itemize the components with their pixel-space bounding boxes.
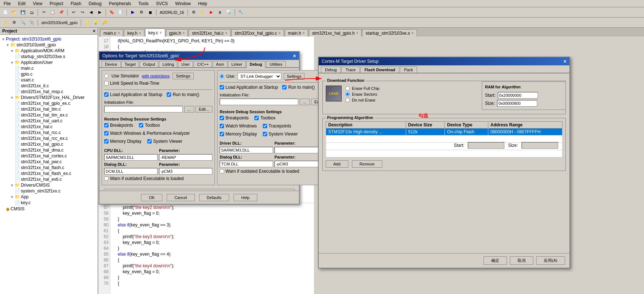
save-all-btn[interactable]: 🗂 xyxy=(28,8,36,16)
tab-output[interactable]: Output xyxy=(140,61,158,67)
menu-svcs[interactable]: SVCS xyxy=(154,0,170,7)
menu-debug[interactable]: Debug xyxy=(87,0,104,7)
t2-btn6[interactable]: 💡 xyxy=(92,19,100,27)
t2-btn2[interactable]: ⚙ xyxy=(10,19,18,27)
close-hal[interactable]: × xyxy=(225,31,227,35)
close-gpioh[interactable]: × xyxy=(183,31,185,35)
tree-cortex[interactable]: 📄 stm32f1xx_hal_cortex.c xyxy=(1,153,96,159)
mem-cb-left[interactable] xyxy=(104,139,109,144)
new-file-btn[interactable]: 📄 xyxy=(1,8,10,16)
simulator-settings-btn[interactable]: Settings xyxy=(173,73,194,79)
redo-btn[interactable]: ↪ xyxy=(78,8,86,16)
warn-cb-right[interactable] xyxy=(220,169,224,173)
cortex-tab-pack[interactable]: Pack xyxy=(400,66,417,73)
sv-cb-left[interactable] xyxy=(147,139,152,144)
menu-edit[interactable]: Edit xyxy=(16,0,28,7)
cancel-btn[interactable]: Cancel xyxy=(167,194,194,201)
options-close-btn[interactable]: × xyxy=(293,53,296,59)
watch-cb-right[interactable] xyxy=(220,124,224,128)
tab-cpp[interactable]: C/C++ xyxy=(194,61,212,67)
trace-btn[interactable]: 📊 xyxy=(225,8,233,16)
tab-linker[interactable]: Linker xyxy=(228,61,246,67)
tab-gpioh[interactable]: gpio.h × xyxy=(166,29,188,37)
driver-dll-input[interactable] xyxy=(220,147,273,153)
tab-hal-gpio-h[interactable]: stm32f1xx_hal_gpio.h × xyxy=(309,29,362,37)
bp-cb-right[interactable] xyxy=(220,116,224,120)
tab-user[interactable]: User xyxy=(178,61,193,67)
stop-btn[interactable]: ⏹ xyxy=(146,8,154,16)
build-btn[interactable]: ▶ xyxy=(129,8,137,16)
debug-stop-btn[interactable]: ⏸ xyxy=(216,8,224,16)
menu-file[interactable]: File xyxy=(1,0,13,7)
t2-btn3[interactable]: 🔍 xyxy=(19,19,27,27)
browse-left-btn[interactable]: ... xyxy=(184,106,194,112)
tab-keyc[interactable]: key.c × xyxy=(145,28,165,37)
tree-keyc[interactable]: 📄 key.c xyxy=(1,200,96,206)
settings-btn[interactable]: 🔧 xyxy=(237,8,245,16)
dialog-param-input[interactable] xyxy=(159,168,212,175)
ram-size-input[interactable] xyxy=(497,100,537,107)
tab-mainc[interactable]: main.c × xyxy=(100,29,123,37)
limit-speed-cb[interactable] xyxy=(104,81,109,85)
undo-btn[interactable]: ↩ xyxy=(69,8,77,16)
debugger-settings-btn[interactable]: Settings xyxy=(284,73,305,80)
t2-btn7[interactable]: 🔑 xyxy=(101,19,109,27)
paste-btn[interactable]: 📌 xyxy=(57,8,65,16)
tab-keyh[interactable]: key.h × xyxy=(124,29,144,37)
toolbox-cb-right[interactable] xyxy=(254,116,259,120)
cpu-param-input[interactable] xyxy=(159,154,212,161)
load-app-cb-right[interactable] xyxy=(220,85,224,89)
menu-project[interactable]: Project xyxy=(48,0,65,7)
tree-system[interactable]: 📄 system_stm32f1xx.c xyxy=(1,188,96,194)
tab-listing[interactable]: Listing xyxy=(159,61,177,67)
with-restrictions-link[interactable]: with restrictions xyxy=(142,74,170,78)
tree-gpio-ex[interactable]: 📄 stm32f1xx_hal_gpio_ex.c xyxy=(1,100,96,106)
bookmark2-btn[interactable]: 📑 xyxy=(117,8,125,16)
watch-cb-left[interactable] xyxy=(104,131,109,135)
warn-cb-left[interactable] xyxy=(104,176,109,181)
tab-startup[interactable]: startup_stm32f103xe.s × xyxy=(362,29,417,37)
tree-usartc[interactable]: 📄 usart.c xyxy=(1,77,96,83)
cortex-tab-flash[interactable]: Flash Download xyxy=(360,66,399,73)
edit-left-btn[interactable]: Edit... xyxy=(196,106,212,112)
tab-debug[interactable]: Debug xyxy=(246,61,265,68)
tree-mspc[interactable]: 📄 stm32f1xx_hal_msp.c xyxy=(1,89,96,95)
rebuild-btn[interactable]: ⚙ xyxy=(137,8,145,16)
remove-algo-btn[interactable]: Remove xyxy=(352,160,382,168)
tree-drivers[interactable]: ▼ 📁 Drivers/STM32F1xx_HAL_Driver xyxy=(1,95,96,100)
erase-sectors-radio[interactable] xyxy=(345,92,350,96)
prog-row-0[interactable]: STM32F10x High-density ... 512k On-chip … xyxy=(326,129,562,135)
t2-btn5[interactable]: ⭐ xyxy=(83,19,91,27)
tree-project[interactable]: ▼ 📁 stm32f103zet6_gpio xyxy=(1,42,96,48)
cut-btn[interactable]: ✂ xyxy=(40,8,48,16)
tree-flash[interactable]: 📄 stm32f1xx_hal_flash.c xyxy=(1,165,96,171)
tree-rcc-ex[interactable]: 📄 stm32f1xx_hal_rcc_ex.c xyxy=(1,135,96,141)
tree-app-user[interactable]: ▼ 📁 Application/User xyxy=(1,60,96,65)
tree-hal[interactable]: 📄 stm32f1xx_hal.c xyxy=(1,124,96,130)
algo-start-input[interactable] xyxy=(468,142,504,149)
tree-uart[interactable]: 📄 stm32f1xx_hal_uart.c xyxy=(1,118,96,124)
cortex-close-btn[interactable]: × xyxy=(564,58,567,64)
cortex-cancel-btn[interactable]: 取消 xyxy=(510,256,533,265)
erase-full-radio[interactable] xyxy=(345,86,350,91)
init-file-input-right[interactable] xyxy=(220,99,298,105)
tree-startup[interactable]: 📄 startup_stm32f103xe.s xyxy=(1,54,96,60)
back-btn[interactable]: ◀ xyxy=(87,8,95,16)
tree-cmsis[interactable]: ▼ 📁 Drivers/CMSIS xyxy=(1,182,96,188)
bp-cb-left[interactable] xyxy=(104,123,109,127)
menu-tools[interactable]: Tools xyxy=(136,0,151,7)
menu-peripherals[interactable]: Peripherals xyxy=(107,0,133,7)
dialog-dll-input[interactable] xyxy=(104,168,158,175)
use-simulator-radio[interactable] xyxy=(104,74,109,78)
tab-target[interactable]: Target xyxy=(121,61,139,67)
tab-hal[interactable]: stm32f1xx_hal.c × xyxy=(189,29,231,37)
tcm-dll-input[interactable] xyxy=(220,161,273,167)
browse-right-btn[interactable]: ... xyxy=(300,99,310,105)
options-btn[interactable]: ⚙ xyxy=(190,8,198,16)
close-keyc[interactable]: × xyxy=(160,31,162,35)
defaults-btn[interactable]: Defaults xyxy=(199,194,229,201)
project-panel-close[interactable]: × xyxy=(93,28,95,34)
close-hal-gpio-h[interactable]: × xyxy=(356,31,358,35)
tab-utilities[interactable]: Utilities xyxy=(266,61,285,67)
ok-btn[interactable]: OK xyxy=(141,194,162,201)
